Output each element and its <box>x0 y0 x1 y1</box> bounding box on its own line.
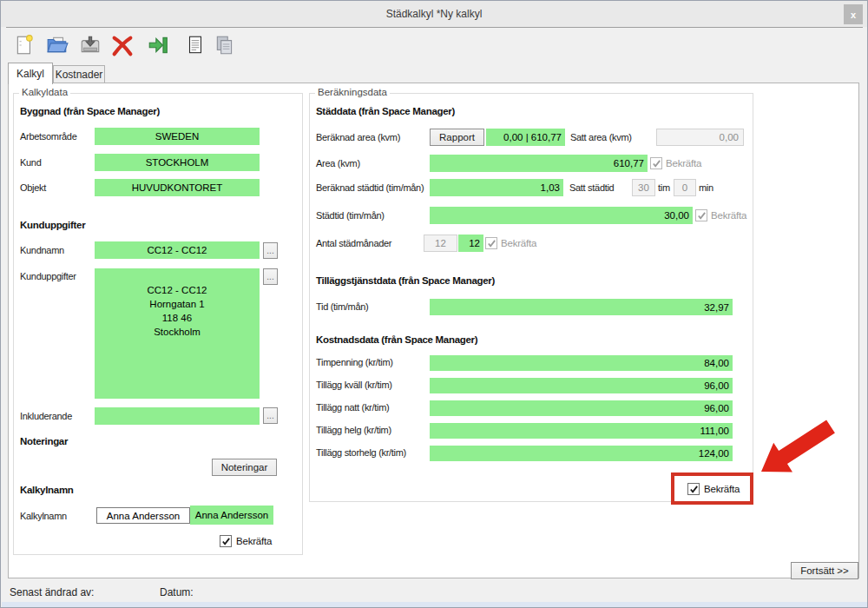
objekt-field[interactable]: HUVUDKONTORET <box>95 179 260 196</box>
beraknad-area-label: Beräknad area (kvm) <box>316 132 400 142</box>
kunduppgifter-field[interactable]: CC12 - CC12 Horngatan 1 118 46 Stockholm <box>95 268 260 399</box>
antal-stadmanader-bekrafta-checkbox <box>485 237 497 249</box>
kunduppgifter-line2: Horngatan 1 <box>95 297 260 311</box>
tillagg-helg-field[interactable]: 111,00 <box>430 423 733 439</box>
antal-stadmanader-field[interactable]: 12 <box>458 235 483 252</box>
new-document-icon[interactable] <box>14 34 36 56</box>
stadkalkyl-window: Städkalkyl *Ny kalkyl x Kostnader Kalkyl… <box>0 0 868 608</box>
stadtid-bekrafta-label: Bekräfta <box>711 210 746 221</box>
kunduppgifter-label: Kunduppgifter <box>20 271 76 281</box>
tillagg-kvall-field[interactable]: 96,00 <box>430 378 733 393</box>
kalkylnamn-confirmed-field[interactable]: Anna Andersson <box>190 506 273 525</box>
window-bottom-edge <box>2 602 867 608</box>
tim-label: tim <box>658 182 670 193</box>
objekt-label: Objekt <box>20 182 46 193</box>
kund-field[interactable]: STOCKHOLM <box>95 154 260 171</box>
satt-stadtid-label: Satt städtid <box>569 182 614 193</box>
satt-area-label: Satt area (kvm) <box>570 132 632 142</box>
delete-icon[interactable] <box>110 34 133 56</box>
kalkylnamn-input[interactable] <box>96 507 190 524</box>
tab-kalkyl[interactable]: Kalkyl <box>8 63 53 84</box>
arbetsomrade-field[interactable]: SWEDEN <box>95 128 260 145</box>
kostnadsdata-bekrafta-label: Bekräfta <box>704 484 740 494</box>
kunduppgifter-header: Kunduppgifter <box>20 220 85 230</box>
area-label: Area (kvm) <box>316 158 360 169</box>
inkluderande-browse-button[interactable]: ... <box>263 407 278 424</box>
open-folder-icon[interactable] <box>46 34 69 56</box>
red-arrow-annotation <box>754 416 841 479</box>
kunduppgifter-line1: CC12 - CC12 <box>95 283 260 297</box>
noteringar-header: Noteringar <box>20 436 68 446</box>
fortsatt-button[interactable]: Fortsätt >> <box>791 562 858 579</box>
rapport-button[interactable]: Rapport <box>430 129 484 146</box>
satt-stadtid-min-field: 0 <box>674 179 696 196</box>
area-field[interactable]: 610,77 <box>430 155 648 172</box>
area-bekrafta-checkbox <box>650 157 662 169</box>
kunduppgifter-browse-button[interactable]: ... <box>263 268 278 285</box>
kalkyldata-group-title: Kalkyldata <box>19 87 70 97</box>
tid-field[interactable]: 32,97 <box>430 299 733 315</box>
staddata-header: Städdata (från Space Manager) <box>316 106 455 116</box>
tillagg-natt-label: Tillägg natt (kr/tim) <box>316 402 389 413</box>
tillagg-kvall-label: Tillägg kväll (kr/tim) <box>316 380 392 390</box>
kunduppgifter-line3: 118 46 <box>95 311 260 325</box>
antal-stadmanader-satt-field: 12 <box>424 235 457 252</box>
beraknad-stadtid-label: Beräknad städtid (tim/mån) <box>316 182 424 193</box>
save-icon[interactable] <box>79 34 102 56</box>
stadtid-field[interactable]: 30,00 <box>430 207 693 224</box>
kalkylnamn-bekrafta-checkbox[interactable] <box>220 535 232 547</box>
tab-kostnader[interactable]: Kostnader <box>53 65 105 83</box>
kalkylnamn-bekrafta-label: Bekräfta <box>236 536 272 546</box>
toolbar-divider <box>6 27 863 28</box>
tillagg-helg-label: Tillägg helg (kr/tim) <box>316 425 391 435</box>
report-icon[interactable] <box>184 34 207 56</box>
senast-andrad-label: Senast ändrad av: <box>10 586 94 598</box>
stadtid-bekrafta-checkbox <box>695 209 707 221</box>
tillaggstjanst-header: Tilläggstjänstdata (från Space Manager) <box>316 275 495 286</box>
antal-stadmanader-bekrafta-label: Bekräfta <box>501 238 536 248</box>
kostnadsdata-bekrafta-checkbox[interactable] <box>687 483 700 495</box>
kundnamn-label: Kundnamn <box>20 245 64 255</box>
satt-stadtid-tim-field: 30 <box>632 179 655 196</box>
close-button[interactable]: x <box>844 4 863 24</box>
kalkylnamn-label: Kalkylnamn <box>20 511 67 521</box>
tillagg-storhelg-label: Tillägg storhelg (kr/tim) <box>316 447 406 458</box>
arbetsomrade-label: Arbetsområde <box>20 131 77 142</box>
timpenning-label: Timpenning (kr/tim) <box>316 357 393 367</box>
kund-label: Kund <box>20 157 42 168</box>
min-label: min <box>699 182 713 193</box>
tillagg-natt-field[interactable]: 96,00 <box>430 400 733 416</box>
window-title: Städkalkyl *Ny kalkyl <box>1 8 867 20</box>
satt-area-field: 0,00 <box>656 129 744 146</box>
import-icon[interactable] <box>147 34 169 56</box>
kundnamn-browse-button[interactable]: ... <box>263 242 278 259</box>
berakningsdata-group-title: Beräkningsdata <box>315 87 390 97</box>
byggnad-header: Byggnad (från Space Manager) <box>20 106 160 116</box>
datum-label: Datum: <box>160 586 194 598</box>
tid-label: Tid (tim/mån) <box>316 301 368 312</box>
kundnamn-field[interactable]: CC12 - CC12 <box>95 241 260 259</box>
beraknad-area-field[interactable]: 0,00 | 610,77 <box>486 129 565 146</box>
kalkylnamn-header: Kalkylnamn <box>20 485 74 495</box>
copy-icon[interactable] <box>214 34 236 56</box>
kunduppgifter-line4: Stockholm <box>95 325 260 339</box>
timpenning-field[interactable]: 84,00 <box>430 355 733 371</box>
inkluderande-field[interactable] <box>95 407 260 425</box>
area-bekrafta-label: Bekräfta <box>666 158 701 169</box>
tillagg-storhelg-field[interactable]: 124,00 <box>430 446 733 461</box>
beraknad-stadtid-field[interactable]: 1,03 <box>430 179 563 196</box>
noteringar-button[interactable]: Noteringar <box>212 459 277 476</box>
kostnadsdata-header: Kostnadsdata (från Space Manager) <box>316 334 477 345</box>
inkluderande-label: Inkluderande <box>20 411 72 421</box>
stadtid-label: Städtid (tim/mån) <box>316 210 385 221</box>
antal-stadmanader-label: Antal städmånader <box>316 238 391 248</box>
